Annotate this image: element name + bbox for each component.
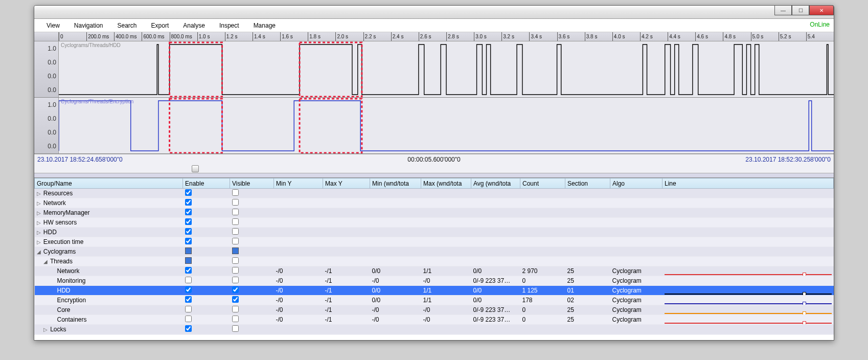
table-row[interactable]: HDD-/0-/10/01/10/01 12501Cyclogram [35, 286, 834, 296]
cell-enable[interactable] [183, 315, 230, 325]
checkbox[interactable] [232, 296, 239, 303]
checkbox[interactable] [232, 209, 239, 215]
checkbox[interactable] [232, 218, 239, 225]
titlebar[interactable]: — ☐ ✕ [34, 6, 834, 19]
checkbox[interactable] [232, 257, 239, 264]
menu-navigation[interactable]: Navigation [67, 20, 110, 31]
table-row[interactable]: ▷ Network [35, 198, 834, 208]
menu-analyse[interactable]: Analyse [176, 20, 212, 31]
cell-name[interactable]: ▷ Resources [35, 189, 183, 198]
cell-visible[interactable] [230, 208, 274, 218]
checkbox[interactable] [185, 228, 192, 235]
chart-row-hdd[interactable]: 1.0 0.0 0.0 0.0 Cyclograms/Threads/HDD [34, 41, 834, 98]
checkbox[interactable] [185, 325, 192, 332]
tree-toggle-icon[interactable]: ▷ [37, 220, 42, 226]
checkbox[interactable] [232, 199, 239, 206]
table-row[interactable]: ▷ Locks [35, 325, 834, 334]
cell-enable[interactable] [183, 228, 230, 237]
table-row[interactable]: ▷ Buffers [35, 334, 834, 335]
column-header[interactable]: Count [520, 178, 565, 189]
cell-visible[interactable] [230, 189, 274, 198]
cell-name[interactable]: ◢ Cyclograms [35, 247, 183, 257]
column-header[interactable]: Algo [610, 178, 663, 189]
cell-visible[interactable] [230, 305, 274, 315]
cell-name[interactable]: Encryption [35, 296, 183, 305]
cell-enable[interactable] [183, 334, 230, 335]
cell-enable[interactable] [183, 305, 230, 315]
cell-name[interactable]: Core [35, 305, 183, 315]
checkbox-mixed-icon[interactable] [185, 248, 192, 254]
close-button[interactable]: ✕ [809, 5, 834, 15]
column-header[interactable]: Group/Name [35, 178, 183, 189]
time-ruler[interactable]: 0200.0 ms400.0 ms600.0 ms800.0 ms1.0 s1.… [34, 32, 834, 41]
cell-enable[interactable] [183, 325, 230, 334]
cell-enable[interactable] [183, 247, 230, 257]
table-row[interactable]: ▷ HDD [35, 228, 834, 237]
checkbox[interactable] [232, 306, 239, 312]
cell-enable[interactable] [183, 286, 230, 296]
cell-visible[interactable] [230, 198, 274, 208]
cell-visible[interactable] [230, 237, 274, 247]
tree-toggle-icon[interactable]: ▷ [37, 191, 42, 196]
menu-inspect[interactable]: Inspect [212, 20, 246, 31]
checkbox[interactable] [232, 189, 239, 196]
tree-toggle-icon[interactable]: ▷ [43, 327, 49, 332]
slider-thumb[interactable] [192, 165, 199, 172]
table-row[interactable]: Containers-/0-/1-/0-/00/-9 223 37…025Cyc… [35, 315, 834, 325]
column-header[interactable]: Line [663, 178, 834, 189]
cell-name[interactable]: Containers [35, 315, 183, 325]
chart2-plot[interactable]: Cyclograms/Threads/Encryption [59, 98, 834, 153]
column-header[interactable]: Max Y [323, 178, 370, 189]
checkbox[interactable] [185, 238, 192, 244]
checkbox[interactable] [185, 189, 192, 196]
cell-enable[interactable] [183, 208, 230, 218]
minimize-button[interactable]: — [774, 5, 792, 15]
cell-name[interactable]: ▷ MemoryManager [35, 208, 183, 218]
column-header[interactable]: Section [565, 178, 610, 189]
cell-name[interactable]: ▷ Locks [35, 325, 183, 334]
checkbox[interactable] [232, 277, 239, 283]
cell-visible[interactable] [230, 257, 274, 266]
tree-toggle-icon[interactable]: ▷ [37, 210, 42, 216]
column-header[interactable]: Avg (wnd/tota [471, 178, 520, 189]
table-row[interactable]: ▷ Resources [35, 189, 834, 198]
checkbox[interactable] [185, 286, 192, 293]
checkbox[interactable] [232, 316, 239, 322]
column-header[interactable]: Visible [230, 178, 274, 189]
cell-name[interactable]: Network [35, 266, 183, 276]
checkbox[interactable] [232, 325, 239, 332]
cell-visible[interactable] [230, 286, 274, 296]
column-header[interactable]: Max (wnd/tota [421, 178, 471, 189]
menu-export[interactable]: Export [144, 20, 176, 31]
cell-visible[interactable] [230, 228, 274, 237]
cell-enable[interactable] [183, 296, 230, 305]
cell-visible[interactable] [230, 296, 274, 305]
tree-toggle-icon[interactable]: ▷ [37, 239, 42, 245]
cell-name[interactable]: HDD [35, 286, 183, 296]
cell-enable[interactable] [183, 257, 230, 266]
cell-visible[interactable] [230, 276, 274, 286]
cell-visible[interactable] [230, 218, 274, 228]
table-row[interactable]: Encryption-/0-/10/01/10/017802Cyclogram [35, 296, 834, 305]
cell-visible[interactable] [230, 325, 274, 334]
cell-name[interactable]: ◢ Threads [35, 257, 183, 266]
checkbox[interactable] [232, 228, 239, 235]
maximize-button[interactable]: ☐ [792, 5, 809, 15]
column-header[interactable]: Min (wnd/tota [370, 178, 421, 189]
table-row[interactable]: ▷ MemoryManager [35, 208, 834, 218]
table-row[interactable]: ◢ Threads [35, 257, 834, 266]
cell-name[interactable]: ▷ Execution time [35, 237, 183, 247]
checkbox[interactable] [232, 267, 239, 274]
checkbox[interactable] [185, 209, 192, 215]
cell-visible[interactable] [230, 334, 274, 335]
time-slider[interactable] [34, 164, 834, 173]
checkbox[interactable] [185, 277, 192, 283]
checkbox[interactable] [185, 199, 192, 206]
checkbox[interactable] [185, 296, 192, 303]
cell-name[interactable]: ▷ HDD [35, 228, 183, 237]
checkbox-mixed-icon[interactable] [232, 248, 239, 254]
tree-toggle-icon[interactable]: ◢ [43, 259, 49, 264]
table-row[interactable]: Network-/0-/10/01/10/02 97025Cyclogram [35, 266, 834, 276]
tree-toggle-icon[interactable]: ▷ [37, 200, 42, 206]
checkbox[interactable] [232, 286, 239, 293]
